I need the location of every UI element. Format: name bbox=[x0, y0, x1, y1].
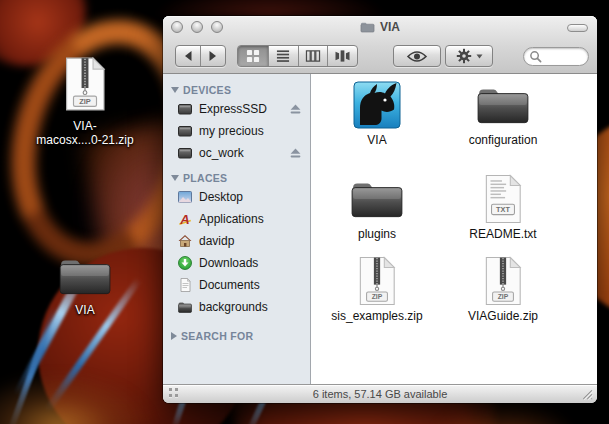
nav-buttons bbox=[175, 45, 226, 67]
forward-icon bbox=[207, 49, 219, 63]
desktop: ZIP VIA- macosx....0-21.zip VIA bbox=[0, 0, 609, 424]
coverflow-view-icon bbox=[334, 49, 351, 63]
sidebar-item-davidp[interactable]: davidp bbox=[163, 230, 310, 252]
applications-icon: A bbox=[177, 211, 193, 227]
folder-icon bbox=[476, 85, 530, 125]
window-resize-grip[interactable] bbox=[581, 388, 594, 401]
search-field[interactable] bbox=[523, 47, 589, 66]
home-icon bbox=[177, 233, 193, 249]
via-app-icon bbox=[353, 81, 401, 129]
view-as-coverflow-button[interactable] bbox=[327, 46, 357, 66]
file-label: VIAGuide.zip bbox=[441, 309, 565, 323]
view-as-icons-button[interactable] bbox=[238, 46, 268, 66]
toolbar-toggle-button[interactable] bbox=[567, 24, 588, 32]
file-label: plugins bbox=[315, 227, 439, 241]
document-icon bbox=[177, 277, 193, 293]
file-item-configuration[interactable]: configuration bbox=[441, 80, 565, 147]
window-title-text: VIA bbox=[380, 20, 400, 34]
folder-icon bbox=[58, 256, 112, 296]
text-file-icon: TXT bbox=[482, 174, 524, 224]
status-text: 6 items, 57.14 GB available bbox=[313, 388, 448, 400]
hard-drive-icon bbox=[177, 123, 193, 139]
sidebar-section-search-for[interactable]: SEARCH FOR bbox=[163, 328, 310, 344]
disclosure-open-icon[interactable] bbox=[171, 87, 179, 93]
file-item-sis-examples-zip[interactable]: ZIP sis_examples.zip bbox=[315, 256, 439, 323]
hard-drive-icon bbox=[177, 145, 193, 161]
desktop-icon-label: VIA bbox=[10, 303, 160, 317]
back-button[interactable] bbox=[176, 46, 200, 66]
wallpaper-orange-glow bbox=[0, 372, 154, 424]
zip-file-icon: ZIP bbox=[62, 56, 108, 112]
zip-badge-text: ZIP bbox=[79, 97, 91, 106]
file-item-viaguide-zip[interactable]: ZIP VIAGuide.zip bbox=[441, 256, 565, 323]
window-chrome: VIA bbox=[163, 16, 597, 74]
sidebar-resize-grip[interactable] bbox=[169, 388, 182, 399]
desktop-icon-label: VIA- macosx....0-21.zip bbox=[10, 119, 160, 147]
finder-window: VIA bbox=[163, 16, 597, 403]
svg-text:A: A bbox=[179, 212, 189, 227]
forward-button[interactable] bbox=[200, 46, 225, 66]
window-content: DEVICES ExpressSSD bbox=[163, 74, 597, 384]
txt-badge-text: TXT bbox=[496, 205, 510, 214]
disclosure-closed-icon[interactable] bbox=[171, 332, 177, 340]
hard-drive-icon bbox=[177, 101, 193, 117]
close-button[interactable] bbox=[171, 21, 183, 33]
file-label: VIA bbox=[315, 133, 439, 147]
view-switcher bbox=[237, 45, 358, 67]
sidebar-item-oc-work[interactable]: oc_work bbox=[163, 142, 310, 164]
desktop-icon-via-folder[interactable]: VIA bbox=[10, 256, 160, 317]
toolbar bbox=[163, 38, 597, 74]
search-icon bbox=[529, 50, 542, 63]
eject-icon bbox=[289, 147, 302, 159]
title-bar[interactable]: VIA bbox=[163, 16, 597, 38]
file-label: README.txt bbox=[441, 227, 565, 241]
eject-button[interactable] bbox=[289, 147, 302, 159]
desktop-icon-via-zip[interactable]: ZIP VIA- macosx....0-21.zip bbox=[10, 56, 160, 147]
eye-icon bbox=[406, 50, 428, 63]
zip-badge-text: ZIP bbox=[498, 293, 509, 300]
sidebar-section-devices[interactable]: DEVICES bbox=[163, 82, 310, 98]
sidebar-item-backgrounds[interactable]: backgrounds bbox=[163, 296, 310, 318]
sidebar: DEVICES ExpressSSD bbox=[163, 74, 311, 384]
proxy-folder-icon bbox=[360, 21, 375, 33]
zoom-button[interactable] bbox=[211, 21, 223, 33]
zip-file-icon: ZIP bbox=[482, 256, 524, 306]
icon-view: VIA configuration bbox=[312, 74, 597, 384]
caret-down-icon bbox=[476, 54, 483, 59]
status-bar: 6 items, 57.14 GB available bbox=[163, 384, 597, 403]
sidebar-item-documents[interactable]: Documents bbox=[163, 274, 310, 296]
file-label: sis_examples.zip bbox=[315, 309, 439, 323]
sidebar-item-downloads[interactable]: Downloads bbox=[163, 252, 310, 274]
list-view-icon bbox=[276, 49, 290, 63]
eject-icon bbox=[289, 103, 302, 115]
sidebar-item-desktop[interactable]: Desktop bbox=[163, 186, 310, 208]
zip-file-icon: ZIP bbox=[356, 256, 398, 306]
eject-button[interactable] bbox=[289, 103, 302, 115]
sidebar-item-applications[interactable]: A Applications bbox=[163, 208, 310, 230]
file-item-readme-txt[interactable]: TXT README.txt bbox=[441, 174, 565, 241]
folder-icon bbox=[350, 179, 404, 219]
disclosure-open-icon[interactable] bbox=[171, 175, 179, 181]
view-as-list-button[interactable] bbox=[268, 46, 298, 66]
file-label: configuration bbox=[441, 133, 565, 147]
gear-icon bbox=[456, 48, 472, 64]
action-menu-button[interactable] bbox=[445, 45, 493, 67]
window-title: VIA bbox=[163, 16, 597, 38]
desktop-picture-icon bbox=[177, 189, 193, 205]
column-view-icon bbox=[305, 49, 321, 63]
back-icon bbox=[182, 49, 194, 63]
sidebar-item-expressssd[interactable]: ExpressSSD bbox=[163, 98, 310, 120]
view-as-columns-button[interactable] bbox=[298, 46, 328, 66]
icon-view-icon bbox=[246, 49, 260, 63]
file-item-via-app[interactable]: VIA bbox=[315, 80, 439, 147]
folder-icon bbox=[177, 299, 193, 315]
file-item-plugins[interactable]: plugins bbox=[315, 174, 439, 241]
sidebar-section-places[interactable]: PLACES bbox=[163, 170, 310, 186]
sidebar-item-my-precious[interactable]: my precious bbox=[163, 120, 310, 142]
minimize-button[interactable] bbox=[191, 21, 203, 33]
downloads-icon bbox=[177, 255, 193, 271]
quick-look-button[interactable] bbox=[393, 45, 441, 67]
zip-badge-text: ZIP bbox=[372, 293, 383, 300]
search-input[interactable] bbox=[545, 51, 587, 63]
